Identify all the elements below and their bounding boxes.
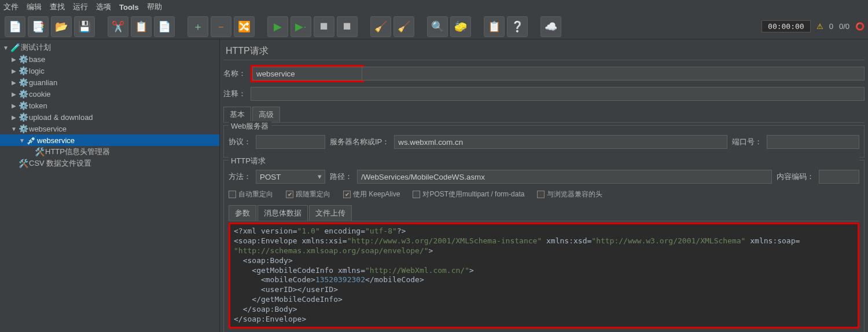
toolbar: 📄 📑 📂 💾 ✂️ 📋 📄 ＋ － 🔀 ▶ ▶· ⏹ ⏹ 🧹 🧹 🔍 🧽 📋 … bbox=[0, 14, 868, 39]
warning-icon: ⚠ bbox=[816, 22, 823, 31]
method-select[interactable] bbox=[256, 170, 325, 184]
open-button[interactable]: 📂 bbox=[51, 16, 72, 37]
stopped-icon: ⭕ bbox=[855, 22, 865, 31]
menu-options[interactable]: 选项 bbox=[96, 2, 111, 12]
chk-auto-redirect[interactable]: 自动重定向 bbox=[229, 189, 273, 199]
gear-icon: ⚙️ bbox=[19, 54, 28, 64]
run-button[interactable]: ▶ bbox=[267, 16, 288, 37]
thread-count: 0/0 bbox=[839, 22, 849, 31]
tree-logic[interactable]: ▶⚙️logic bbox=[0, 65, 219, 76]
reset-search-button[interactable]: 🧽 bbox=[450, 16, 471, 37]
collapse-button[interactable]: － bbox=[211, 16, 231, 37]
wrench-icon: 🛠️ bbox=[35, 147, 44, 156]
stop-button[interactable]: ⏹ bbox=[314, 16, 334, 37]
clear-all-button[interactable]: 🧹 bbox=[393, 16, 414, 37]
wrench-icon: 🛠️ bbox=[19, 159, 28, 168]
port-input[interactable] bbox=[767, 135, 859, 149]
name-input[interactable] bbox=[252, 67, 362, 81]
http-request-group: HTTP请求 方法： ▾ 路径： 内容编码： 自动重定向 ✔跟随重定向 bbox=[223, 160, 865, 332]
method-label: 方法： bbox=[229, 172, 251, 182]
web-server-group: Web服务器 协议： 服务器名称或IP： 端口号： bbox=[223, 125, 865, 158]
tree-token[interactable]: ▶⚙️token bbox=[0, 100, 219, 111]
cut-button[interactable]: ✂️ bbox=[108, 16, 128, 37]
templates-button[interactable]: 📑 bbox=[28, 16, 49, 37]
comment-label: 注释： bbox=[223, 89, 246, 99]
tree-base[interactable]: ▶⚙️base bbox=[0, 53, 219, 65]
timer: 00:00:00 bbox=[762, 20, 811, 32]
shutdown-button[interactable]: ⏹ bbox=[337, 16, 358, 37]
new-button[interactable]: 📄 bbox=[5, 16, 25, 37]
function-helper-button[interactable]: 📋 bbox=[484, 16, 505, 37]
main-panel: HTTP请求 名称： 注释： 基本 高级 Web服务器 协议： 服务器名称或IP… bbox=[220, 39, 868, 332]
menu-bar: 文件 编辑 查找 运行 选项 Tools 帮助 bbox=[0, 0, 868, 14]
chevron-down-icon: ▾ bbox=[318, 172, 322, 181]
config-tabs: 基本 高级 bbox=[223, 107, 865, 123]
gear-icon: ⚙️ bbox=[19, 124, 28, 133]
http-request-legend: HTTP请求 bbox=[229, 156, 859, 166]
tree-guanlian[interactable]: ▶⚙️guanlian bbox=[0, 76, 219, 88]
protocol-input[interactable] bbox=[256, 135, 325, 149]
chk-keep-alive[interactable]: ✔使用 KeepAlive bbox=[343, 189, 400, 199]
menu-file[interactable]: 文件 bbox=[3, 2, 19, 12]
copy-button[interactable]: 📋 bbox=[131, 16, 152, 37]
tree-webservice-group[interactable]: ▼⚙️webservice bbox=[0, 123, 219, 134]
menu-tools[interactable]: Tools bbox=[119, 3, 139, 12]
save-button[interactable]: 💾 bbox=[74, 16, 95, 37]
port-label: 端口号： bbox=[732, 137, 762, 147]
web-server-legend: Web服务器 bbox=[229, 121, 271, 132]
tree-upload[interactable]: ▶⚙️upload & download bbox=[0, 111, 219, 123]
tab-params[interactable]: 参数 bbox=[229, 205, 256, 221]
body-tabs: 参数 消息体数据 文件上传 bbox=[229, 205, 859, 221]
tab-basic[interactable]: 基本 bbox=[223, 107, 251, 122]
chk-multipart[interactable]: 对POST使用multipart / form-data bbox=[413, 189, 524, 199]
path-input[interactable] bbox=[357, 170, 772, 184]
protocol-label: 协议： bbox=[229, 137, 251, 147]
toggle-button[interactable]: 🔀 bbox=[234, 16, 255, 37]
tree-webservice-sampler[interactable]: ▼💉webservice bbox=[0, 134, 219, 146]
gear-icon: ⚙️ bbox=[19, 112, 28, 122]
tree-test-plan[interactable]: ▼🧪测试计划 bbox=[0, 42, 219, 53]
comment-input[interactable] bbox=[251, 87, 865, 101]
tree-header-manager[interactable]: 🛠️HTTP信息头管理器 bbox=[0, 146, 219, 158]
warning-count: 0 bbox=[829, 22, 833, 31]
search-button[interactable]: 🔍 bbox=[427, 16, 448, 37]
menu-run[interactable]: 运行 bbox=[73, 2, 88, 12]
paste-button[interactable]: 📄 bbox=[154, 16, 175, 37]
flask-icon: 🧪 bbox=[10, 43, 20, 52]
encoding-label: 内容编码： bbox=[777, 172, 814, 182]
help-button[interactable]: ❔ bbox=[507, 16, 528, 37]
dropper-icon: 💉 bbox=[27, 136, 36, 145]
expand-button[interactable]: ＋ bbox=[187, 16, 208, 37]
server-label: 服务器名称或IP： bbox=[330, 137, 389, 147]
clear-button[interactable]: 🧹 bbox=[370, 16, 391, 37]
server-input[interactable] bbox=[394, 135, 727, 149]
test-plan-tree[interactable]: ▼🧪测试计划 ▶⚙️base ▶⚙️logic ▶⚙️guanlian ▶⚙️c… bbox=[0, 39, 220, 332]
chk-follow-redirect[interactable]: ✔跟随重定向 bbox=[286, 189, 330, 199]
panel-title: HTTP请求 bbox=[223, 39, 865, 60]
menu-find[interactable]: 查找 bbox=[50, 2, 65, 12]
name-label: 名称： bbox=[223, 68, 246, 79]
tab-body[interactable]: 消息体数据 bbox=[258, 205, 308, 221]
body-editor[interactable]: <?xml version="1.0" encoding="utf-8"?> <… bbox=[229, 222, 859, 329]
menu-edit[interactable]: 编辑 bbox=[27, 2, 42, 12]
gear-icon: ⚙️ bbox=[19, 101, 28, 110]
gear-icon: ⚙️ bbox=[19, 78, 28, 87]
menu-help[interactable]: 帮助 bbox=[147, 2, 162, 12]
run-notimer-button[interactable]: ▶· bbox=[290, 16, 311, 37]
path-label: 路径： bbox=[330, 172, 352, 182]
gear-icon: ⚙️ bbox=[19, 66, 28, 75]
thread-dump-button[interactable]: ☁️ bbox=[540, 16, 561, 37]
tree-cookie[interactable]: ▶⚙️cookie bbox=[0, 88, 219, 100]
gear-icon: ⚙️ bbox=[19, 89, 28, 98]
tab-advanced[interactable]: 高级 bbox=[252, 107, 280, 122]
name-input-rest[interactable] bbox=[362, 67, 865, 81]
tree-csv[interactable]: 🛠️CSV 数据文件设置 bbox=[0, 158, 219, 169]
encoding-input[interactable] bbox=[819, 170, 859, 184]
tab-upload[interactable]: 文件上传 bbox=[309, 205, 352, 221]
chk-browser-headers[interactable]: 与浏览器兼容的头 bbox=[537, 189, 602, 199]
